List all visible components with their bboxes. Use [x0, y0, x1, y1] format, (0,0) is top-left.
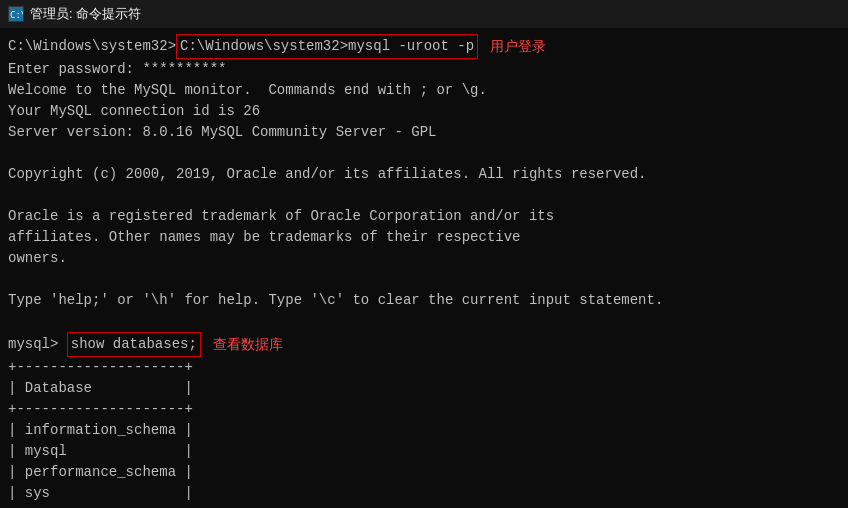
oracle1: Oracle is a registered trademark of Orac…	[8, 206, 840, 227]
terminal-area: C:\Windows\system32>C:\Windows\system32>…	[0, 28, 848, 508]
welcome-line1: Welcome to the MySQL monitor. Commands e…	[8, 80, 840, 101]
copyright1: Copyright (c) 2000, 2019, Oracle and/or …	[8, 164, 840, 185]
title-bar: C:\ 管理员: 命令提示符	[0, 0, 848, 28]
svg-text:C:\: C:\	[10, 10, 23, 20]
clear-word: clear	[378, 292, 420, 308]
password-line: Enter password: **********	[8, 59, 840, 80]
help-line: Type 'help;' or '\h' for help. Type '\c'…	[8, 290, 840, 311]
blank2	[8, 185, 840, 206]
app-icon: C:\	[8, 6, 24, 22]
welcome-line3: Server version: 8.0.16 MySQL Community S…	[8, 122, 840, 143]
prompt-prefix: C:\Windows\system32>	[8, 36, 176, 57]
oracle3: owners.	[8, 248, 840, 269]
show-databases-highlight: show databases;	[67, 332, 201, 357]
mysql-prompt: mysql>	[8, 334, 67, 355]
login-command-highlight: C:\Windows\system32>mysql -uroot -p	[176, 34, 478, 59]
show-databases-line: mysql> show databases; 查看数据库	[8, 332, 840, 357]
annotation-databases: 查看数据库	[213, 336, 283, 354]
login-line: C:\Windows\system32>C:\Windows\system32>…	[8, 34, 840, 59]
annotation-login: 用户登录	[490, 38, 546, 56]
blank1	[8, 143, 840, 164]
title-bar-text: 管理员: 命令提示符	[30, 5, 141, 23]
blank3	[8, 269, 840, 290]
welcome-line2: Your MySQL connection id is 26	[8, 101, 840, 122]
blank4	[8, 311, 840, 332]
oracle2: affiliates. Other names may be trademark…	[8, 227, 840, 248]
db-table: +--------------------+ | Database | +---…	[8, 357, 840, 508]
